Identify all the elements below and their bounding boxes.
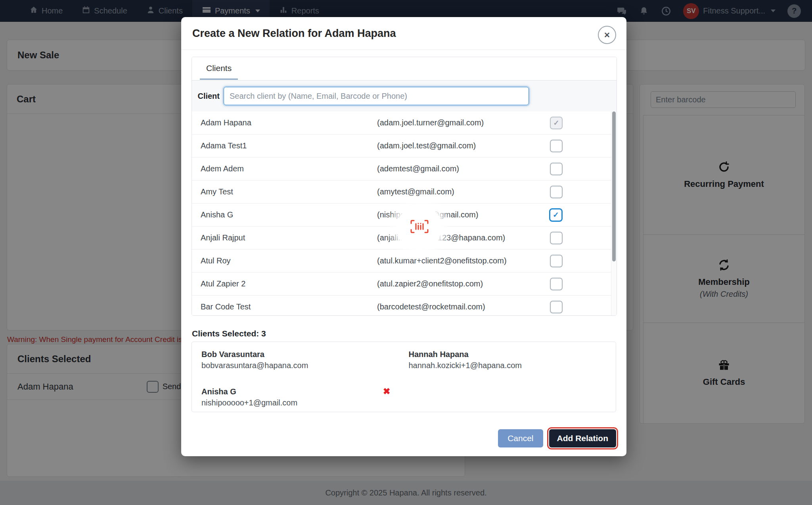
selected-client-entry: Bob Varasuntara bobvarasuntara@hapana.co… (201, 350, 409, 374)
tab-bar: Clients (192, 57, 617, 81)
barcode-scan-icon (409, 219, 430, 236)
client-email: (amytest@gmail.com) (377, 187, 550, 196)
client-name: Adama Test1 (201, 141, 377, 150)
barcode-scanner-loader (397, 205, 442, 250)
client-email: (atul.kumar+client2@onefitstop.com) (377, 256, 550, 265)
client-name: Bar Code Test (201, 302, 377, 311)
client-checkbox[interactable] (550, 186, 563, 198)
client-checkbox[interactable] (550, 255, 563, 267)
client-label: Client (192, 92, 220, 101)
cancel-button[interactable]: Cancel (498, 429, 543, 447)
client-row[interactable]: Amy Test (amytest@gmail.com) (192, 180, 617, 204)
client-email: (atul.zapier2@onefitstop.com) (377, 279, 550, 288)
tab-clients[interactable]: Clients (200, 57, 238, 79)
modal-header: Create a New Relation for Adam Hapana (181, 17, 626, 50)
client-email: (barcodetest@rocketmail.com) (377, 302, 550, 311)
client-checkbox[interactable] (550, 301, 563, 313)
client-row[interactable]: Adama Test1 (adam.joel.test@gmail.com) (192, 134, 617, 157)
selected-client-name: Bob Varasuntara (201, 350, 308, 359)
client-name: Anisha G (201, 210, 377, 219)
client-row[interactable]: Adem Adem (ademtest@gmail.com) (192, 157, 617, 180)
client-name: Adem Adem (201, 164, 377, 173)
client-checkbox[interactable]: ✓ (550, 117, 563, 129)
client-name: Anjali Rajput (201, 233, 377, 242)
client-email: (adam.joel.turner@gmail.com) (377, 118, 550, 127)
client-search-input[interactable] (224, 87, 529, 105)
client-name: Atul Zapier 2 (201, 279, 377, 288)
selected-client-email: hannah.kozicki+1@hapana.com (409, 361, 522, 370)
remove-client-icon[interactable]: ✖ (383, 387, 390, 396)
selected-client-entry: Anisha G nishipooooo+1@gmail.com ✖ (201, 387, 409, 412)
client-checkbox[interactable] (550, 140, 563, 152)
modal-title: Create a New Relation for Adam Hapana (192, 27, 396, 40)
selected-client-email: bobvarasuntara@hapana.com (201, 361, 308, 370)
selected-client-email: nishipooooo+1@gmail.com (201, 398, 297, 407)
modal-actions: Cancel Add Relation (498, 429, 616, 447)
selected-client-entry: Hannah Hapana hannah.kozicki+1@hapana.co… (409, 350, 616, 374)
scrollbar-thumb[interactable] (612, 111, 616, 261)
close-icon[interactable]: ✕ (598, 26, 616, 44)
client-checkbox[interactable] (550, 232, 563, 244)
selected-client-name: Anisha G (201, 387, 297, 396)
clients-tab-panel: Clients Client Adam Hapana (adam.joel.tu… (192, 57, 617, 316)
client-email: (adam.joel.test@gmail.com) (377, 141, 550, 150)
client-name: Adam Hapana (201, 118, 377, 127)
selected-client-name: Hannah Hapana (409, 350, 522, 359)
client-email: (ademtest@gmail.com) (377, 164, 550, 173)
client-checkbox[interactable]: ✓ (549, 208, 563, 222)
client-row[interactable]: Atul Zapier 2 (atul.zapier2@onefitstop.c… (192, 273, 617, 296)
create-relation-modal: Create a New Relation for Adam Hapana ✕ … (181, 17, 626, 456)
client-row[interactable]: Adam Hapana (adam.joel.turner@gmail.com)… (192, 111, 617, 134)
client-name: Amy Test (201, 187, 377, 196)
client-name: Atul Roy (201, 256, 377, 265)
add-relation-button[interactable]: Add Relation (549, 429, 617, 447)
client-checkbox[interactable] (550, 163, 563, 175)
client-row[interactable]: Bar Code Test (barcodetest@rocketmail.co… (192, 296, 617, 315)
client-search-row: Client (192, 81, 617, 111)
clients-selected-count: Clients Selected: 3 (192, 329, 266, 338)
selected-clients-box: Bob Varasuntara bobvarasuntara@hapana.co… (192, 342, 616, 412)
client-checkbox[interactable] (550, 278, 563, 290)
client-row[interactable]: Atul Roy (atul.kumar+client2@onefitstop.… (192, 250, 617, 273)
list-scrollbar (611, 111, 617, 315)
